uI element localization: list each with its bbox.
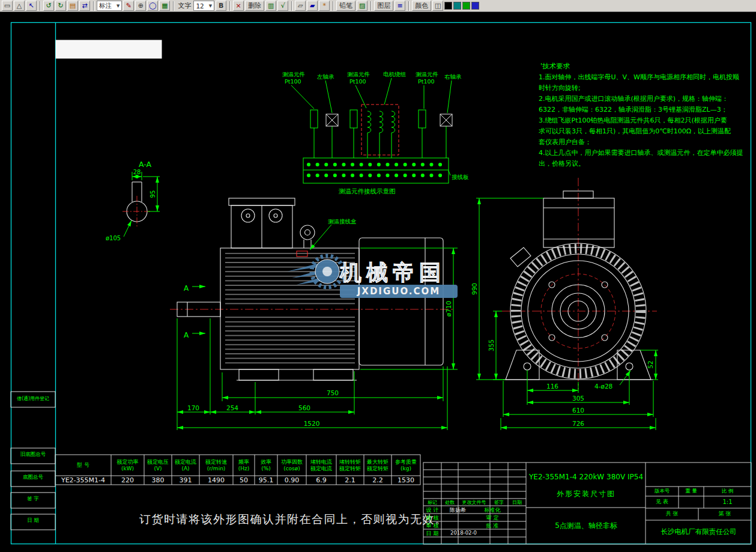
chevron-down-icon: ▼ [209,4,212,8]
fontsize-dropdown[interactable]: 12 ▼ [193,1,214,11]
watermark-title: 机械帝国 [339,260,446,285]
param-value: 391 [172,476,199,485]
selected-title-box[interactable] [56,40,162,58]
annotate-dropdown[interactable]: 标注 ▼ [97,1,122,11]
page-tool-icon[interactable]: ▱ [295,1,306,11]
tb-see-table: 见 表 [646,499,678,505]
toolbar-separator [408,1,409,11]
param-header: 堵转电流 额定电流 [306,455,336,476]
motor-front-view: A A 测温接线盒 750 170 254 560 1520 ø710 [170,198,458,430]
dim-254: 254 [226,404,238,411]
circle-tool-icon[interactable]: ◯ [147,1,158,11]
dim-610: 610 [572,407,584,414]
star-tool-icon[interactable]: * [319,1,330,11]
toolbar-separator [229,1,230,11]
erase-icon[interactable]: × [233,1,244,11]
rect-tool-icon[interactable]: ▭ [2,1,13,11]
label-left-bearing: 左轴承 [317,73,334,80]
tb-rev-date: 日期 [508,500,526,505]
tb-version-label: 版本号 [646,488,678,494]
tb-rev-count: 处数 [441,500,458,505]
tb-drawing-title-line2: 外形安装尺寸图 [527,490,645,499]
tech-line: 3.绕组飞嵌Pt100铂热电阻测温元件共6只，每相2只(根据用户要 [539,117,727,125]
text-label: 文字 [178,1,191,10]
param-value: 0.90 [277,476,306,485]
cut-mark-a-lower: A [184,331,189,339]
tb-spec-note: 5点测温、轴径非标 [527,522,645,530]
main-toolbar: ▭ △ ↖ ↺ ↻ ▤ ⇄ 标注 ▼ ✎ ⊕ ◯ ▦ 文字 12 ▼ B × 删… [0,0,756,12]
tb-drawing-title-line1: YE2-355M1-4 220kW 380V IP54 [527,473,645,482]
param-value: 95.1 [255,476,277,485]
label-terminal-board: 接线板 [452,174,469,180]
tb-standard-label: 标准化 [474,507,510,513]
param-value: 1490 [199,476,233,485]
label-winding: 电机绕组 [383,71,407,77]
annotate-dropdown-value: 标注 [99,2,112,10]
color-button[interactable]: 颜色 [412,1,431,11]
tech-requirements-title: '技术要求 [540,62,570,70]
tb-audit-label: 审 核 [423,523,441,529]
param-header: 额定电压 (V) [144,455,172,476]
tech-line: 套仪表用户自备； [539,139,591,147]
confirm-icon[interactable]: √ [277,1,288,11]
param-header: 功率因数 (cosø) [277,455,306,476]
pencil-label-button[interactable]: 铅笔 [336,1,355,11]
swatch-teal[interactable] [453,2,461,10]
param-value: 220 [111,476,144,485]
dim-95: 95 [150,190,156,198]
hatch-tool-icon[interactable]: ▨ [357,1,367,11]
param-header: 效率 (%) [255,455,277,476]
tb-sheet-no: 第 张 [699,511,751,517]
fontsize-dropdown-value: 12 [196,2,204,10]
image-tool-icon[interactable]: ▦ [159,1,170,11]
strip-date: 日 期 [11,518,55,524]
swap-icon[interactable]: ⇄ [79,1,90,11]
dim-28: 28 [133,169,141,175]
rotate-ccw-icon[interactable]: ↺ [43,1,54,11]
layer-list-icon[interactable]: ≡ [395,1,405,11]
param-value: 2.2 [364,476,392,485]
label-pt100-3: Pt100 [418,78,435,85]
chevron-down-icon: ▼ [116,4,119,8]
dim-4dia28: 4-ø28 [594,383,612,390]
strip-drawing-no: 底图总号 [11,475,55,481]
fill-tool-icon[interactable]: ▰ [307,1,318,11]
param-header: 额定转速 (r/min) [199,455,233,476]
label-sensor-2: 测温元件 [347,71,370,77]
param-value: 380 [144,476,172,485]
select-cursor-icon[interactable]: ↖ [26,1,37,11]
parameter-table: 型 号 额定功率 (kW) 额定电压 (V) 额定电流 (A) 额定转速 (r/… [55,455,420,485]
dim-170: 170 [187,404,199,411]
dim-dia710: ø710 [445,301,452,317]
bearing-symbols [326,114,452,126]
param-value: 1530 [392,476,420,485]
bold-button[interactable]: B [216,1,226,11]
toolbar-separator [93,1,94,11]
toolbar-separator [173,1,174,11]
param-header: 最大转矩 额定转矩 [364,455,392,476]
tech-line: 出，价格另议。 [539,160,585,168]
layer-button[interactable]: 图层 [374,1,393,11]
swatch-green[interactable] [462,2,470,10]
color-cell-icon[interactable]: ◫ [432,1,443,11]
dim-305: 305 [572,395,584,402]
pencil-tool-icon[interactable]: ✎ [123,1,134,11]
tech-line: 求可以只装3只，每相1只)，其电阻值为0℃时100Ω，以上测温配 [539,128,731,136]
motor-end-view: 990 355 52 116 4-ø28 305 610 726 [471,178,658,430]
tb-design-name: 陈扬希 [441,507,474,513]
cut-mark-a-upper: A [184,284,189,293]
rotate-cw-icon[interactable]: ↻ [55,1,66,11]
swatch-black[interactable] [444,2,452,10]
delete-button[interactable]: 删除 [245,1,264,11]
toolbar-separator [291,1,292,11]
table-tool-icon[interactable]: ▥ [265,1,276,11]
tb-check-label: 校 核 [423,515,441,521]
tb-rev-sign: 签字 [490,500,508,505]
center-snap-icon[interactable]: ⊕ [135,1,146,11]
tech-line: 2.电机采用国产或进口滚动轴承(根据用户要求)，规格：轴伸端： [539,96,728,103]
dim-116: 116 [546,383,558,390]
layers-book-icon[interactable]: ▤ [67,1,78,11]
polygon-tool-icon[interactable]: △ [14,1,25,11]
wiring-diagram: 测温元件 Pt100 左轴承 测温元件 Pt100 电机绕组 测温元件 Pt10… [282,71,469,195]
swatch-blue[interactable] [471,2,479,10]
